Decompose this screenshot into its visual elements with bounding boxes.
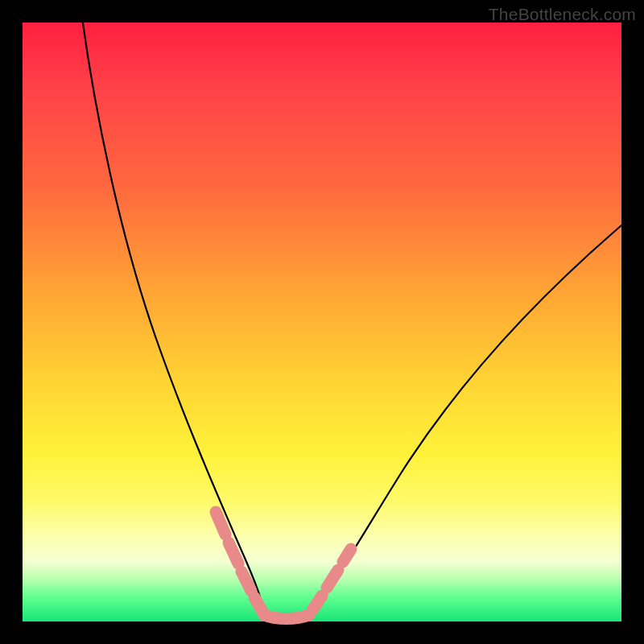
pink-overlay-right-3: [343, 549, 351, 562]
pink-overlay-trough: [264, 615, 309, 619]
pink-overlay-right-1: [312, 596, 322, 610]
plot-area: [23, 23, 621, 621]
curve-left-branch: [82, 18, 264, 615]
curve-svg: [23, 23, 621, 621]
curve-right-branch: [309, 225, 621, 615]
pink-overlay-right-2: [327, 570, 338, 588]
chart-frame: TheBottleneck.com: [0, 0, 644, 644]
pink-overlay-left-4: [254, 597, 262, 612]
pink-overlay-left-1: [216, 512, 225, 535]
pink-overlay-left-2: [229, 543, 238, 564]
pink-overlay-left-3: [242, 572, 251, 591]
watermark-text: TheBottleneck.com: [489, 5, 636, 24]
